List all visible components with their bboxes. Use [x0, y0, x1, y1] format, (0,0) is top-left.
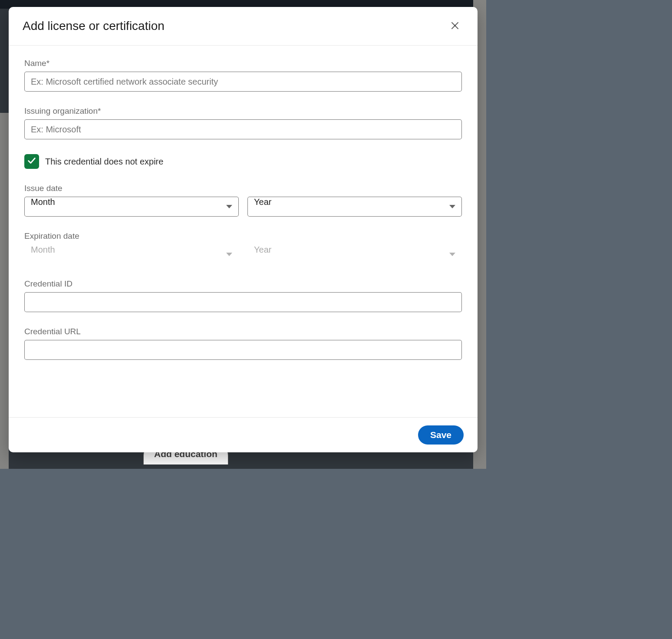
modal-header: Add license or certification — [9, 7, 478, 46]
expiration-date-label: Expiration date — [24, 231, 462, 241]
credential-url-label: Credential URL — [24, 327, 462, 336]
credential-url-input[interactable] — [24, 340, 462, 360]
issue-date-label: Issue date — [24, 184, 462, 193]
credential-id-label: Credential ID — [24, 279, 462, 289]
expiration-year-select: Year — [247, 244, 462, 264]
credential-url-group: Credential URL — [24, 327, 462, 360]
org-field-group: Issuing organization* — [24, 106, 462, 139]
issue-year-select[interactable]: Year — [247, 197, 462, 217]
check-icon — [27, 156, 36, 167]
no-expire-label: This credential does not expire — [45, 157, 163, 167]
modal-footer: Save — [9, 417, 478, 452]
name-label: Name* — [24, 59, 462, 68]
issue-month-select[interactable]: Month — [24, 197, 239, 217]
org-label: Issuing organization* — [24, 106, 462, 116]
close-button[interactable] — [446, 17, 464, 35]
credential-id-group: Credential ID — [24, 279, 462, 312]
issue-date-group: Issue date Month Year — [24, 184, 462, 217]
close-icon — [450, 20, 460, 32]
expiration-date-group: Expiration date Month Year — [24, 231, 462, 264]
modal-title: Add license or certification — [23, 19, 165, 33]
no-expire-checkbox[interactable] — [24, 154, 39, 169]
name-input[interactable] — [24, 72, 462, 92]
org-input[interactable] — [24, 119, 462, 139]
modal-body: Name* Issuing organization* This credent… — [9, 46, 478, 417]
add-license-modal: Add license or certification Name* Issui… — [9, 7, 478, 452]
save-button[interactable]: Save — [418, 425, 464, 445]
credential-id-input[interactable] — [24, 292, 462, 312]
expiration-month-select: Month — [24, 244, 239, 264]
no-expire-row: This credential does not expire — [24, 154, 462, 169]
name-field-group: Name* — [24, 59, 462, 92]
